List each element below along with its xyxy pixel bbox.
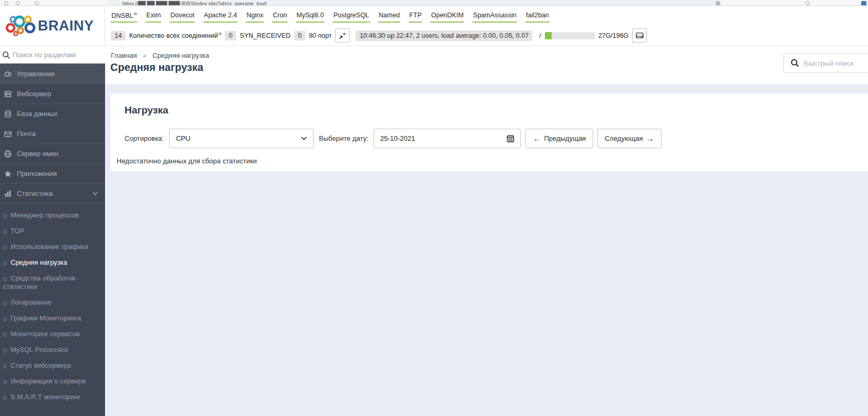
submenu-item-services-monitoring[interactable]: Мониторинг сервисов [3,326,102,342]
sidebar-item-statistics[interactable]: Статистика [0,183,105,203]
server-icon [4,90,12,98]
submenu-item-logging[interactable]: Логирование [3,295,102,310]
sidebar-item-label: Приложения [17,170,57,178]
next-button-label: Следующая [605,134,643,142]
submenu-item-stats-tools[interactable]: Средства обработки статистики [3,271,102,295]
service-link-apache[interactable]: Apache 2.4 [203,12,237,23]
address-bar[interactable]: https://██.██.███.███:8083/index.php?ab=… [108,0,720,6]
submenu-item-traffic-usage[interactable]: Использование трафика [3,239,102,255]
brain-gears-icon [5,14,36,39]
breadcrumb: Главная > Средняя нагрузка [111,51,209,59]
sidebar-item-label: Сервер имен [17,150,58,158]
submenu-item-label: Мониторинг сервисов [11,330,80,338]
sidebar-item-label: База данных [17,110,57,118]
breadcrumb-separator: > [143,53,146,59]
port-count-badge: 0 [294,31,305,40]
submenu-item-process-manager[interactable]: Менеджер процессов [3,207,102,223]
sidebar-item-webserver[interactable]: Вебсервер [0,84,105,103]
next-button[interactable]: Следующая → [597,129,662,148]
logo-text: BRAINY [38,18,94,34]
bullet-icon [3,365,7,368]
mail-icon [4,130,12,138]
submenu-item-server-info[interactable]: Информация о сервере [3,373,102,389]
sidebar-nav: Управление Вебсервер База данных Почта [0,64,105,416]
search-icon [2,51,10,59]
submenu-item-label: Менеджер процессов [11,211,79,219]
submenu-item-top[interactable]: TOP [3,223,102,239]
service-link-mysql[interactable]: MySql8.0 [296,12,324,23]
submenu-item-label: MySQL Processlist [11,346,68,353]
sidebar-item-management[interactable]: Управление [0,64,105,84]
sidebar-item-dns[interactable]: Сервер имен [0,143,105,163]
status-row: 14 Количество всех соединений⧉ 0 SYN_REC… [111,28,647,43]
gauge-icon [4,69,12,78]
service-link-cron[interactable]: Cron [272,12,287,23]
arrow-left-icon: ← [533,134,541,142]
browser-back-icon[interactable] [4,1,8,5]
submenu-item-label: Использование трафика [11,243,88,251]
submenu-item-monitoring-graphs[interactable]: Графики Мониторинга [3,310,102,326]
breadcrumb-home[interactable]: Главная [111,51,137,59]
bullet-icon [3,214,7,218]
sidebar-item-apps[interactable]: Приложения [0,163,105,183]
hard-drive-icon [636,32,644,39]
service-link-spamassassin[interactable]: SpamAssassin [472,12,517,23]
sidebar-item-database[interactable]: База данных [0,103,105,123]
external-link-icon: ⧉ [134,12,137,16]
browser-reload-icon[interactable] [16,1,20,5]
submenu-item-label: Логирование [11,298,51,306]
app-logo[interactable]: BRAINY [0,6,105,46]
submenu-item-smart-monitoring[interactable]: S.M.A.R.T мониторинг [3,389,102,405]
bar-chart-icon [4,189,12,197]
service-link-postgresql[interactable]: PostgreSQL [333,12,369,23]
main-content: Нагрузка Сортировка: CPU Выберите дату: [106,84,868,416]
port-label: 80 порт [309,32,332,39]
date-input[interactable] [380,134,485,142]
screen: https://██.██.███.███:8083/index.php?ab=… [0,0,868,416]
sidebar-search [0,46,105,64]
service-link-named[interactable]: Named [378,12,400,23]
sort-select[interactable]: CPU [169,129,314,148]
service-links: DNSBL⧉ Exim Dovecot Apache 2.4 Nginx Cro… [111,12,550,23]
connections-plug-button[interactable] [335,28,350,43]
database-icon [4,110,12,118]
bullet-icon [3,246,7,249]
calendar-icon[interactable] [507,134,514,142]
service-link-nginx[interactable]: Nginx [246,12,264,23]
service-link-opendkim[interactable]: OpenDKIM [430,12,464,23]
service-link-exim[interactable]: Exim [146,12,161,23]
submenu-item-average-load[interactable]: Средняя нагрузка [3,255,102,271]
previous-button[interactable]: ← Предыдущая [525,129,593,148]
profile-icon[interactable] [805,1,810,5]
submenu-item-label: S.M.A.R.T мониторинг [11,393,80,401]
quick-search-input[interactable] [804,59,867,67]
service-link-ftp[interactable]: FTP [409,12,422,23]
syn-label: SYN_RECEIVED [240,32,291,39]
breadcrumb-current: Средняя нагрузка [152,51,209,59]
search-icon [791,59,799,67]
url-text: https://██.██.███.███:8083/index.php?ab=… [122,1,266,6]
globe-icon [4,150,12,158]
sidebar-item-label: Статистика [17,190,53,197]
previous-button-label: Предыдущая [544,134,586,142]
disk-usage-text: 27G/196G [598,32,629,39]
sidebar-item-mail[interactable]: Почта [0,123,105,143]
submenu-item-label: Информация о сервере [11,377,86,385]
submenu-item-webserver-status[interactable]: Статус вебсервера [3,358,102,373]
submenu-item-mysql-processlist[interactable]: MySQL Processlist [3,342,102,358]
browser-app-icon[interactable] [861,1,866,6]
connections-label[interactable]: Количество всех соединений⧉ [129,32,222,39]
bullet-icon [3,317,7,321]
service-link-dnsbl[interactable]: DNSBL⧉ [111,12,137,23]
bullet-icon [3,396,7,400]
sort-label: Сортировка: [125,134,164,142]
bullet-icon [3,277,7,281]
submenu-item-label: TOP [11,227,25,235]
disk-info-button[interactable] [632,28,647,43]
sidebar-search-input[interactable] [13,51,97,59]
extensions-puzzle-icon[interactable] [716,1,720,6]
browser-chrome: https://██.██.███.███:8083/index.php?ab=… [0,0,868,6]
service-link-fail2ban[interactable]: fail2ban [525,12,550,23]
service-link-dovecot[interactable]: Dovecot [170,12,195,23]
browser-home-icon[interactable] [35,1,39,5]
